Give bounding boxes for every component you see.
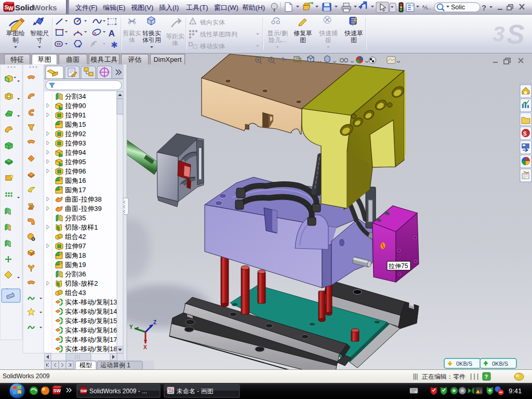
svg-text:图: 图 — [351, 36, 357, 44]
svg-text:拉伸90: 拉伸90 — [65, 102, 86, 110]
svg-text:寸: 寸 — [36, 36, 43, 44]
svg-text:实体-移动/复制14: 实体-移动/复制14 — [65, 308, 117, 315]
svg-text:拉伸75: 拉伸75 — [388, 262, 408, 270]
svg-text:曲面-拉伸38: 曲面-拉伸38 — [65, 195, 102, 203]
svg-text:✱: ✱ — [111, 41, 117, 49]
svg-text:实体-移动/复制13: 实体-移动/复制13 — [65, 298, 117, 306]
svg-text:智能尺: 智能尺 — [30, 30, 49, 37]
svg-text:实体-移动/复制18: 实体-移动/复制18 — [65, 345, 117, 353]
svg-text:实体-移动/复制17: 实体-移动/复制17 — [65, 336, 117, 343]
svg-text:拉伸93: 拉伸93 — [65, 139, 86, 147]
svg-text:捉: 捉 — [325, 36, 331, 44]
svg-text:圆角19: 圆角19 — [65, 261, 86, 269]
svg-text:W: W — [8, 5, 14, 11]
svg-text:圆角18: 圆角18 — [65, 251, 86, 259]
svg-text:拉伸92: 拉伸92 — [65, 130, 86, 138]
svg-text:镜向实体: 镜向实体 — [200, 19, 225, 26]
svg-text:体: 体 — [129, 36, 135, 44]
svg-text:分割35: 分割35 — [65, 214, 86, 222]
svg-text:快速草: 快速草 — [344, 30, 363, 37]
svg-text:?: ? — [482, 3, 486, 12]
svg-text:9:41: 9:41 — [509, 387, 522, 395]
svg-text:草图绘: 草图绘 — [6, 30, 25, 37]
svg-text:图: 图 — [300, 36, 306, 44]
svg-text:Z: Z — [153, 320, 156, 325]
svg-text:转换实: 转换实 — [142, 30, 161, 37]
svg-text:修复草: 修复草 — [294, 30, 312, 37]
svg-text:未命名 - 画图: 未命名 - 画图 — [177, 388, 214, 395]
svg-text:拉伸91: 拉伸91 — [65, 111, 86, 119]
svg-text:圆角16: 圆角16 — [65, 177, 86, 184]
svg-text:线性草图阵列: 线性草图阵列 — [200, 31, 237, 38]
svg-text:体: 体 — [172, 39, 178, 47]
svg-text:分割36: 分割36 — [65, 270, 86, 278]
svg-text:快速捕: 快速捕 — [318, 30, 338, 37]
svg-text:剪裁实: 剪裁实 — [123, 30, 141, 37]
svg-text:0KB/S: 0KB/S — [456, 361, 472, 367]
svg-text:3: 3 — [493, 22, 504, 46]
svg-text:实体-移动/复制16: 实体-移动/复制16 — [65, 326, 117, 334]
svg-text:除几...: 除几... — [269, 36, 286, 44]
svg-text:SW: SW — [54, 388, 61, 393]
svg-text:制: 制 — [12, 36, 19, 44]
svg-text:移动实体: 移动实体 — [200, 43, 225, 50]
svg-text:拉伸94: 拉伸94 — [65, 149, 86, 156]
svg-text:SolidWorks 2009 - ...: SolidWorks 2009 - ... — [89, 388, 147, 395]
svg-text:A: A — [109, 29, 115, 38]
svg-text:等距实: 等距实 — [166, 33, 184, 40]
svg-text:模型: 模型 — [79, 362, 92, 369]
svg-text:体引用: 体引用 — [142, 36, 161, 44]
svg-text:切除-放样2: 切除-放样2 — [64, 280, 98, 287]
svg-text:曲面-拉伸39: 曲面-拉伸39 — [65, 205, 102, 212]
svg-text:0KB/S: 0KB/S — [492, 361, 508, 367]
svg-text:显示/删: 显示/删 — [267, 30, 287, 37]
svg-text:S: S — [523, 131, 527, 137]
svg-text:Solic: Solic — [451, 4, 465, 11]
svg-text:组合42: 组合42 — [65, 233, 86, 241]
svg-text:?: ? — [485, 374, 488, 380]
svg-text:分割34: 分割34 — [65, 92, 86, 100]
svg-text:拉伸95: 拉伸95 — [65, 158, 86, 166]
svg-text:组合43: 组合43 — [65, 289, 86, 297]
svg-text:SW: SW — [81, 389, 87, 393]
svg-text:Y: Y — [129, 324, 133, 330]
svg-text:拉伸97: 拉伸97 — [65, 242, 86, 250]
svg-text:圆角17: 圆角17 — [65, 186, 86, 194]
svg-text:实体-移动/复制15: 实体-移动/复制15 — [65, 317, 117, 325]
svg-text:Works: Works — [33, 3, 57, 12]
svg-text:⅍..: ⅍.. — [422, 4, 431, 10]
svg-text:运动算例 1: 运动算例 1 — [100, 362, 130, 369]
svg-text:S: S — [507, 19, 525, 49]
svg-text:切除-放样1: 切除-放样1 — [64, 223, 98, 231]
svg-text:Solid: Solid — [15, 3, 34, 12]
svg-text:拉伸96: 拉伸96 — [65, 167, 86, 175]
svg-text:圆角15: 圆角15 — [65, 121, 86, 128]
svg-text:X: X — [143, 344, 147, 350]
